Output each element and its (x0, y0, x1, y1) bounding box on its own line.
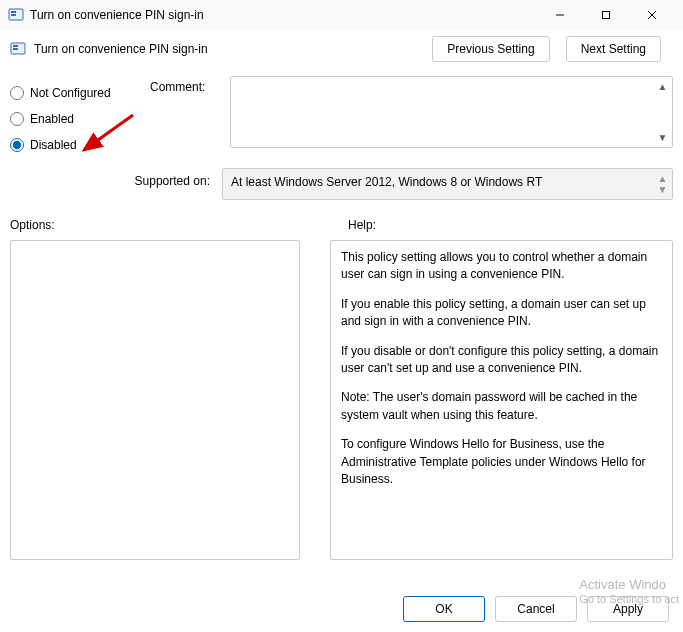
cancel-button[interactable]: Cancel (495, 596, 577, 622)
svg-rect-4 (603, 12, 610, 19)
supported-value-box: At least Windows Server 2012, Windows 8 … (222, 168, 673, 200)
help-pane[interactable]: This policy setting allows you to contro… (330, 240, 673, 560)
panes: This policy setting allows you to contro… (0, 236, 683, 560)
help-label: Help: (310, 218, 673, 232)
supported-label: Supported on: (90, 168, 222, 200)
help-paragraph: To configure Windows Hello for Business,… (341, 436, 662, 488)
svg-rect-9 (13, 48, 18, 50)
maximize-button[interactable] (583, 0, 629, 30)
app-icon (8, 7, 24, 23)
radio-enabled-label: Enabled (30, 112, 74, 126)
supported-row: Supported on: At least Windows Server 20… (0, 162, 683, 206)
help-paragraph: If you enable this policy setting, a dom… (341, 296, 662, 331)
config-area: Not Configured Enabled Disabled Comment:… (0, 70, 683, 162)
svg-rect-8 (13, 45, 18, 47)
comment-scroll-down-icon[interactable]: ▼ (654, 129, 671, 146)
comment-scroll-up-icon[interactable]: ▲ (654, 78, 671, 95)
help-paragraph: This policy setting allows you to contro… (341, 249, 662, 284)
watermark-line1: Activate Windo (579, 577, 679, 593)
supported-scroll-down-icon: ▼ (654, 181, 671, 198)
help-paragraph: Note: The user's domain password will be… (341, 389, 662, 424)
help-paragraph: If you disable or don't configure this p… (341, 343, 662, 378)
options-label: Options: (10, 218, 310, 232)
radio-disabled[interactable]: Disabled (10, 132, 150, 158)
options-pane[interactable] (10, 240, 300, 560)
radio-enabled-input[interactable] (10, 112, 24, 126)
close-button[interactable] (629, 0, 675, 30)
radio-not-configured-input[interactable] (10, 86, 24, 100)
footer-buttons: OK Cancel Apply (403, 596, 669, 622)
apply-button[interactable]: Apply (587, 596, 669, 622)
svg-rect-1 (11, 11, 16, 13)
header-row: Turn on convenience PIN sign-in Previous… (0, 30, 683, 70)
comment-textarea[interactable]: ▲ ▼ (230, 76, 673, 148)
next-setting-button[interactable]: Next Setting (566, 36, 661, 62)
ok-button[interactable]: OK (403, 596, 485, 622)
window-controls (537, 0, 675, 30)
section-labels: Options: Help: (0, 206, 683, 236)
radio-disabled-input[interactable] (10, 138, 24, 152)
radio-enabled[interactable]: Enabled (10, 106, 150, 132)
radio-not-configured-label: Not Configured (30, 86, 111, 100)
state-radios: Not Configured Enabled Disabled (10, 76, 150, 158)
radio-not-configured[interactable]: Not Configured (10, 80, 150, 106)
minimize-button[interactable] (537, 0, 583, 30)
titlebar: Turn on convenience PIN sign-in (0, 0, 683, 30)
policy-icon (10, 41, 26, 57)
comment-label: Comment: (150, 76, 230, 158)
supported-value: At least Windows Server 2012, Windows 8 … (231, 175, 542, 189)
svg-rect-2 (11, 14, 16, 16)
policy-title: Turn on convenience PIN sign-in (34, 42, 208, 56)
previous-setting-button[interactable]: Previous Setting (432, 36, 549, 62)
window-title: Turn on convenience PIN sign-in (30, 8, 537, 22)
radio-disabled-label: Disabled (30, 138, 77, 152)
